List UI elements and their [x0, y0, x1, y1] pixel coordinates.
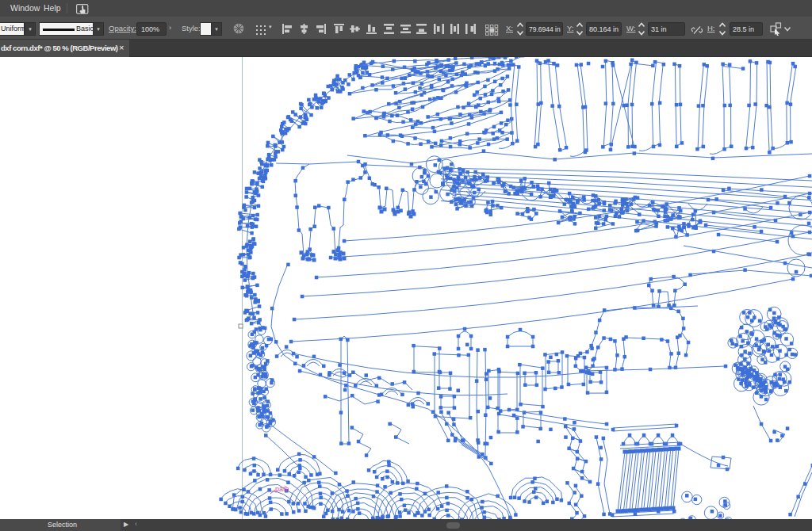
svg-text:path: path — [275, 485, 289, 493]
